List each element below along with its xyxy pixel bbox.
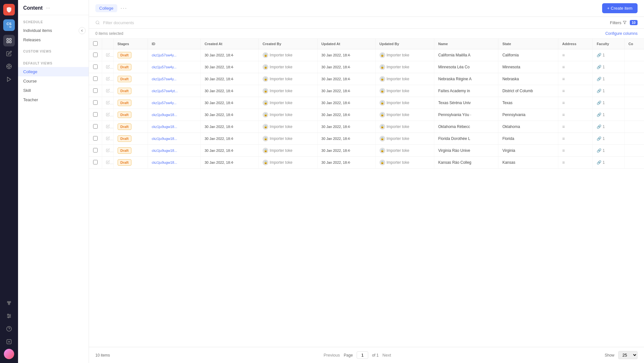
row-address: ≡ [558,109,593,121]
row-state: Nebraska [498,73,558,85]
table-area: 0 items selected Configure columns Stage… [89,29,644,347]
svg-point-21 [10,316,11,317]
row-checkbox-6[interactable] [93,124,98,129]
nav-header: Content ··· [18,0,89,15]
row-checkbox-cell [89,133,102,145]
next-page-button[interactable]: Next [382,353,391,358]
college-tab[interactable]: College [95,4,117,12]
row-edit-cell[interactable] [102,97,113,109]
row-updated-by: 🔒 Importer toke [375,109,434,121]
name-header: Name [434,39,498,49]
nav-view-skill[interactable]: Skill [18,86,89,95]
create-item-button[interactable]: + Create item [602,3,638,13]
nav-view-course[interactable]: Course [18,76,89,86]
collapse-nav-button[interactable] [79,27,86,34]
row-checkbox-0[interactable] [93,53,98,57]
row-created-at: 30 Jan 2022, 18:4· [200,109,258,121]
row-edit-cell[interactable] [102,121,113,133]
nav-view-college[interactable]: College [18,67,89,76]
address-header: Address [558,39,593,49]
settings-icon[interactable] [3,310,15,322]
row-checkbox-4[interactable] [93,100,98,105]
user-avatar[interactable] [4,349,14,359]
row-created-at: 30 Jan 2022, 18:4· [200,61,258,73]
filters-button[interactable]: Filters [610,20,626,25]
row-edit-cell[interactable] [102,85,113,97]
row-checkbox-9[interactable] [93,160,98,164]
row-faculty: 🔗 1 [593,133,625,145]
row-updated-by: 🔒 Importer toke [375,85,434,97]
filter-input[interactable] [103,20,607,25]
row-checkbox-1[interactable] [93,64,98,69]
edit-icon[interactable] [3,48,15,59]
row-checkbox-2[interactable] [93,76,98,81]
row-created-by: 🔒 Importer toke [259,97,318,109]
configure-columns-btn[interactable]: Configure columns [605,31,638,36]
custom-views-section: CUSTOM VIEWS [18,46,89,56]
row-faculty: 🔗 1 [593,61,625,73]
tab-more-dots[interactable]: ··· [120,5,127,12]
row-edit-cell[interactable] [102,73,113,85]
row-edit-cell[interactable] [102,133,113,145]
pagination-bar: 10 items Previous Page of 1 Next Show 25… [89,347,644,363]
row-stage: Draft [113,121,148,133]
show-count-select[interactable]: 25 50 100 [618,351,638,359]
row-created-by: 🔒 Importer toke [259,49,318,61]
row-checkbox-cell [89,109,102,121]
row-name: Minnesota Léa Co [434,61,498,73]
integrations-icon[interactable] [3,297,15,309]
row-created-at: 30 Jan 2022, 18:4· [200,85,258,97]
row-created-at: 30 Jan 2022, 18:4· [200,157,258,169]
row-edit-cell[interactable] [102,157,113,169]
row-faculty: 🔗 1 [593,85,625,97]
svg-marker-10 [7,77,11,82]
row-checkbox-3[interactable] [93,88,98,93]
row-checkbox-8[interactable] [93,148,98,152]
row-created-by: 🔒 Importer toke [259,145,318,157]
row-created-at: 30 Jan 2022, 18:4· [200,145,258,157]
svg-line-29 [99,24,100,25]
help-icon[interactable] [3,323,15,335]
row-stage: Draft [113,97,148,109]
app-title-more[interactable]: ··· [46,5,50,11]
table-body: Draft ckz1ju57sw4y... 30 Jan 2022, 18:4·… [89,49,644,169]
row-edit-cell[interactable] [102,49,113,61]
grid-icon[interactable] [3,61,15,72]
row-created-by: 🔒 Importer toke [259,85,318,97]
select-all-checkbox[interactable] [93,41,98,46]
page-number-input[interactable] [357,351,368,359]
custom-views-label: CUSTOM VIEWS [18,48,89,55]
row-address: ≡ [558,85,593,97]
nav-view-teacher[interactable]: Teacher [18,95,89,104]
row-checkbox-7[interactable] [93,136,98,141]
row-name: Texas Séréna Univ [434,97,498,109]
row-updated-by: 🔒 Importer toke [375,145,434,157]
row-updated-at: 30 Jan 2022, 18:4· [317,97,375,109]
row-stage: Draft [113,61,148,73]
row-created-by: 🔒 Importer toke [259,121,318,133]
row-name: Oklahoma Rébecc [434,121,498,133]
table-row: Draft ckz1ju57sw4y... 30 Jan 2022, 18:4·… [89,61,644,73]
row-faculty: 🔗 1 [593,49,625,61]
row-updated-by: 🔒 Importer toke [375,97,434,109]
row-checkbox-5[interactable] [93,112,98,117]
row-state: Oklahoma [498,121,558,133]
svg-rect-1 [10,38,11,40]
nav-views: CollegeCourseSkillTeacher [18,67,89,104]
workspace-badge[interactable]: CS ←M [3,19,15,31]
table-row: Draft ckz1ju57sw4yt... 30 Jan 2022, 18:4… [89,85,644,97]
row-id: ckz1ju9ugw18... [148,121,201,133]
previous-page-button[interactable]: Previous [323,353,340,358]
created-at-header: Created At [200,39,258,49]
row-created-by: 🔒 Importer toke [259,61,318,73]
nav-individual-items[interactable]: Individual items [18,26,89,35]
row-edit-cell[interactable] [102,61,113,73]
play-icon[interactable] [3,74,15,85]
row-edit-cell[interactable] [102,145,113,157]
table-row: Draft ckz1ju57sw4y... 30 Jan 2022, 18:4·… [89,49,644,61]
row-edit-cell[interactable] [102,109,113,121]
layers-icon[interactable] [3,35,15,46]
notifications-icon[interactable] [3,336,15,348]
nav-releases[interactable]: Releases [18,35,89,44]
page-total: of 1 [372,353,379,358]
